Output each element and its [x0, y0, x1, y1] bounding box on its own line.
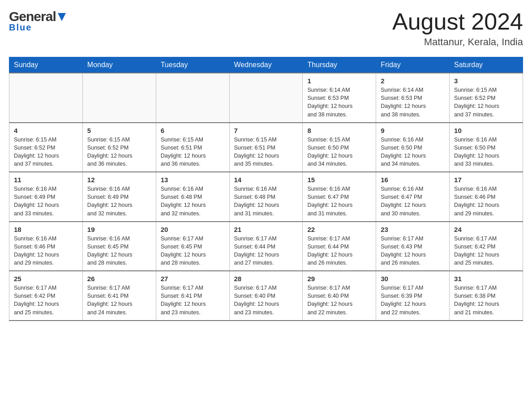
calendar-week-row: 18Sunrise: 6:16 AMSunset: 6:46 PMDayligh…	[9, 222, 523, 271]
table-row: 26Sunrise: 6:17 AMSunset: 6:41 PMDayligh…	[82, 271, 156, 321]
day-info: Sunrise: 6:16 AMSunset: 6:46 PMDaylight:…	[14, 235, 59, 266]
day-number: 27	[161, 275, 225, 283]
day-number: 17	[454, 176, 518, 184]
table-row	[156, 73, 229, 123]
day-number: 29	[307, 275, 371, 283]
table-row: 24Sunrise: 6:17 AMSunset: 6:42 PMDayligh…	[450, 222, 523, 271]
day-number: 23	[381, 226, 445, 233]
day-number: 9	[381, 127, 445, 134]
table-row	[9, 73, 83, 123]
table-row: 25Sunrise: 6:17 AMSunset: 6:42 PMDayligh…	[9, 271, 83, 321]
calendar-week-row: 4Sunrise: 6:15 AMSunset: 6:52 PMDaylight…	[9, 123, 523, 172]
day-number: 28	[234, 275, 298, 283]
day-info: Sunrise: 6:16 AMSunset: 6:45 PMDaylight:…	[87, 235, 133, 266]
day-number: 22	[307, 226, 371, 233]
table-row: 10Sunrise: 6:16 AMSunset: 6:50 PMDayligh…	[450, 123, 523, 172]
page-title: August 2024	[392, 9, 523, 34]
calendar-table: Sunday Monday Tuesday Wednesday Thursday…	[9, 57, 523, 321]
calendar-week-row: 1Sunrise: 6:14 AMSunset: 6:53 PMDaylight…	[9, 73, 523, 123]
day-number: 4	[14, 127, 78, 134]
table-row: 8Sunrise: 6:15 AMSunset: 6:50 PMDaylight…	[303, 123, 376, 172]
day-number: 30	[381, 275, 445, 283]
table-row: 15Sunrise: 6:16 AMSunset: 6:47 PMDayligh…	[303, 172, 376, 222]
table-row: 19Sunrise: 6:16 AMSunset: 6:45 PMDayligh…	[82, 222, 156, 271]
day-info: Sunrise: 6:15 AMSunset: 6:52 PMDaylight:…	[454, 87, 499, 117]
day-number: 19	[87, 226, 151, 233]
day-number: 25	[14, 275, 78, 283]
col-monday: Monday	[82, 57, 156, 73]
day-number: 14	[234, 176, 298, 184]
table-row: 17Sunrise: 6:16 AMSunset: 6:46 PMDayligh…	[450, 172, 523, 222]
day-info: Sunrise: 6:17 AMSunset: 6:41 PMDaylight:…	[161, 285, 206, 315]
day-info: Sunrise: 6:17 AMSunset: 6:42 PMDaylight:…	[14, 285, 59, 315]
day-number: 8	[307, 127, 371, 134]
day-number: 20	[161, 226, 225, 233]
day-number: 24	[454, 226, 518, 233]
table-row: 3Sunrise: 6:15 AMSunset: 6:52 PMDaylight…	[450, 73, 523, 123]
day-info: Sunrise: 6:16 AMSunset: 6:48 PMDaylight:…	[161, 186, 206, 216]
day-number: 7	[234, 127, 298, 134]
day-info: Sunrise: 6:17 AMSunset: 6:43 PMDaylight:…	[381, 235, 426, 266]
col-thursday: Thursday	[303, 57, 376, 73]
table-row: 31Sunrise: 6:17 AMSunset: 6:38 PMDayligh…	[450, 271, 523, 321]
day-info: Sunrise: 6:17 AMSunset: 6:44 PMDaylight:…	[307, 235, 352, 266]
page-header: General Blue August 2024 Mattanur, Keral…	[9, 9, 523, 48]
title-block: August 2024 Mattanur, Kerala, India	[392, 9, 523, 48]
day-number: 15	[307, 176, 371, 184]
table-row: 7Sunrise: 6:15 AMSunset: 6:51 PMDaylight…	[229, 123, 303, 172]
table-row: 12Sunrise: 6:16 AMSunset: 6:49 PMDayligh…	[82, 172, 156, 222]
day-number: 26	[87, 275, 151, 283]
day-info: Sunrise: 6:15 AMSunset: 6:51 PMDaylight:…	[234, 137, 279, 167]
day-number: 21	[234, 226, 298, 233]
day-info: Sunrise: 6:16 AMSunset: 6:47 PMDaylight:…	[307, 186, 352, 216]
day-info: Sunrise: 6:14 AMSunset: 6:53 PMDaylight:…	[307, 87, 352, 117]
day-number: 10	[454, 127, 518, 134]
day-number: 18	[14, 226, 78, 233]
day-info: Sunrise: 6:15 AMSunset: 6:52 PMDaylight:…	[14, 137, 59, 167]
table-row: 28Sunrise: 6:17 AMSunset: 6:40 PMDayligh…	[229, 271, 303, 321]
table-row: 21Sunrise: 6:17 AMSunset: 6:44 PMDayligh…	[229, 222, 303, 271]
logo-triangle-icon	[57, 12, 67, 22]
svg-marker-0	[58, 13, 66, 21]
table-row: 9Sunrise: 6:16 AMSunset: 6:50 PMDaylight…	[376, 123, 450, 172]
day-info: Sunrise: 6:15 AMSunset: 6:50 PMDaylight:…	[307, 137, 352, 167]
col-tuesday: Tuesday	[156, 57, 229, 73]
day-info: Sunrise: 6:14 AMSunset: 6:53 PMDaylight:…	[381, 87, 426, 117]
table-row: 5Sunrise: 6:15 AMSunset: 6:52 PMDaylight…	[82, 123, 156, 172]
table-row: 20Sunrise: 6:17 AMSunset: 6:45 PMDayligh…	[156, 222, 229, 271]
table-row: 13Sunrise: 6:16 AMSunset: 6:48 PMDayligh…	[156, 172, 229, 222]
logo-blue: Blue	[9, 22, 67, 33]
day-number: 5	[87, 127, 151, 134]
day-number: 12	[87, 176, 151, 184]
day-number: 2	[381, 77, 445, 85]
day-number: 31	[454, 275, 518, 283]
logo: General Blue	[9, 9, 67, 33]
day-info: Sunrise: 6:16 AMSunset: 6:47 PMDaylight:…	[381, 186, 426, 216]
day-info: Sunrise: 6:17 AMSunset: 6:41 PMDaylight:…	[87, 285, 133, 315]
day-info: Sunrise: 6:16 AMSunset: 6:46 PMDaylight:…	[454, 186, 499, 216]
day-number: 3	[454, 77, 518, 85]
day-number: 6	[161, 127, 225, 134]
table-row: 2Sunrise: 6:14 AMSunset: 6:53 PMDaylight…	[376, 73, 450, 123]
location-subtitle: Mattanur, Kerala, India	[392, 36, 523, 48]
table-row: 1Sunrise: 6:14 AMSunset: 6:53 PMDaylight…	[303, 73, 376, 123]
day-info: Sunrise: 6:16 AMSunset: 6:48 PMDaylight:…	[234, 186, 279, 216]
table-row: 11Sunrise: 6:16 AMSunset: 6:49 PMDayligh…	[9, 172, 83, 222]
day-info: Sunrise: 6:15 AMSunset: 6:52 PMDaylight:…	[87, 137, 133, 167]
col-friday: Friday	[376, 57, 450, 73]
day-info: Sunrise: 6:17 AMSunset: 6:38 PMDaylight:…	[454, 285, 499, 315]
day-info: Sunrise: 6:15 AMSunset: 6:51 PMDaylight:…	[161, 137, 206, 167]
day-number: 1	[307, 77, 371, 85]
table-row: 6Sunrise: 6:15 AMSunset: 6:51 PMDaylight…	[156, 123, 229, 172]
col-wednesday: Wednesday	[229, 57, 303, 73]
day-info: Sunrise: 6:17 AMSunset: 6:40 PMDaylight:…	[307, 285, 352, 315]
day-info: Sunrise: 6:17 AMSunset: 6:44 PMDaylight:…	[234, 235, 279, 266]
table-row: 27Sunrise: 6:17 AMSunset: 6:41 PMDayligh…	[156, 271, 229, 321]
day-info: Sunrise: 6:17 AMSunset: 6:42 PMDaylight:…	[454, 235, 499, 266]
day-info: Sunrise: 6:17 AMSunset: 6:45 PMDaylight:…	[161, 235, 206, 266]
table-row: 14Sunrise: 6:16 AMSunset: 6:48 PMDayligh…	[229, 172, 303, 222]
table-row: 18Sunrise: 6:16 AMSunset: 6:46 PMDayligh…	[9, 222, 83, 271]
table-row	[82, 73, 156, 123]
day-info: Sunrise: 6:17 AMSunset: 6:39 PMDaylight:…	[381, 285, 426, 315]
day-info: Sunrise: 6:16 AMSunset: 6:50 PMDaylight:…	[381, 137, 426, 167]
